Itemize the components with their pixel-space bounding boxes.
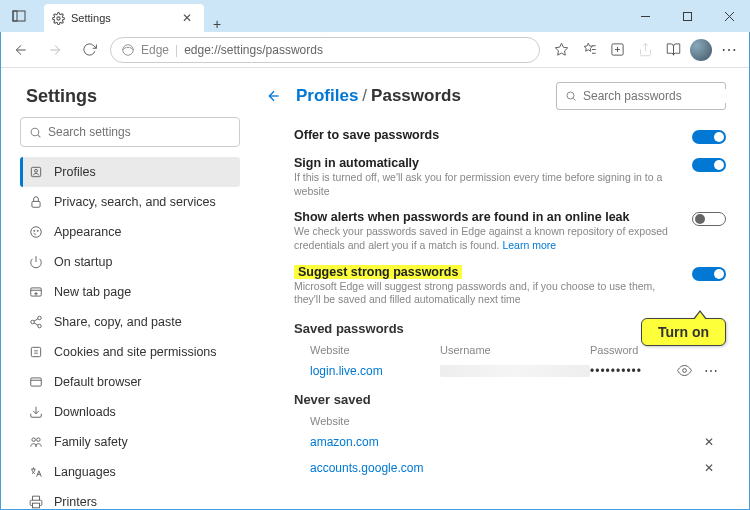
sidebar-item-family-safety[interactable]: Family safety — [20, 427, 240, 457]
address-prefix: Edge — [141, 43, 169, 57]
svg-point-18 — [35, 169, 38, 172]
svg-point-22 — [37, 230, 38, 231]
setting-title: Suggest strong passwords — [294, 265, 462, 279]
setting-row: Show alerts when passwords are found in … — [262, 204, 726, 258]
gear-icon — [52, 12, 65, 25]
edge-icon — [121, 43, 135, 57]
share-button[interactable] — [632, 37, 658, 63]
svg-point-21 — [34, 230, 35, 231]
sidebar-item-share-copy-and-paste[interactable]: Share, copy, and paste — [20, 307, 240, 337]
window-close-button[interactable] — [708, 0, 750, 32]
refresh-button[interactable] — [76, 37, 102, 63]
sidebar-item-label: Cookies and site permissions — [54, 345, 217, 359]
sidebar-item-downloads[interactable]: Downloads — [20, 397, 240, 427]
sidebar-item-label: Default browser — [54, 375, 142, 389]
family-icon — [28, 434, 44, 450]
sidebar-item-label: Languages — [54, 465, 116, 479]
toggle-switch[interactable] — [692, 267, 726, 281]
sidebar-item-default-browser[interactable]: Default browser — [20, 367, 240, 397]
sidebar-item-label: Printers — [54, 495, 97, 509]
svg-rect-4 — [683, 12, 691, 20]
sidebar-item-new-tab-page[interactable]: New tab page — [20, 277, 240, 307]
reading-button[interactable] — [660, 37, 686, 63]
collections-button[interactable] — [604, 37, 630, 63]
download-icon — [28, 404, 44, 420]
settings-back-button[interactable] — [262, 84, 286, 108]
search-passwords-box[interactable] — [556, 82, 726, 110]
tab-actions-icon[interactable] — [6, 3, 32, 29]
favorites-list-button[interactable] — [576, 37, 602, 63]
search-passwords-input[interactable] — [583, 89, 733, 103]
profile-avatar[interactable] — [688, 37, 714, 63]
window-titlebar: Settings ✕ + — [0, 0, 750, 32]
address-url: edge://settings/passwords — [184, 43, 323, 57]
svg-point-20 — [31, 227, 42, 238]
svg-point-15 — [31, 128, 39, 136]
search-icon — [29, 126, 42, 139]
breadcrumb-current: Passwords — [371, 86, 461, 105]
svg-point-29 — [31, 320, 35, 324]
toggle-switch[interactable] — [692, 130, 726, 144]
back-button[interactable] — [8, 37, 34, 63]
tab-close-button[interactable]: ✕ — [178, 11, 196, 25]
newtab-icon — [28, 284, 44, 300]
setting-title: Offer to save passwords — [294, 128, 680, 142]
remove-button[interactable]: ✕ — [704, 461, 726, 475]
cookies-icon — [28, 344, 44, 360]
toggle-switch[interactable] — [692, 212, 726, 226]
more-actions-button[interactable]: ⋯ — [704, 363, 718, 379]
svg-point-28 — [38, 316, 42, 320]
svg-rect-1 — [13, 11, 17, 21]
svg-line-32 — [34, 323, 38, 325]
annotation-callout: Turn on — [641, 318, 726, 346]
site-link[interactable]: amazon.com — [310, 435, 704, 449]
sidebar-item-label: Downloads — [54, 405, 116, 419]
reveal-password-button[interactable] — [677, 363, 692, 379]
power-icon — [28, 254, 44, 270]
setting-title: Sign in automatically — [294, 156, 680, 170]
sidebar-item-appearance[interactable]: Appearance — [20, 217, 240, 247]
svg-line-49 — [573, 98, 575, 100]
svg-point-40 — [37, 438, 41, 442]
sidebar-item-printers[interactable]: Printers — [20, 487, 240, 510]
sidebar-item-cookies-and-site-permissions[interactable]: Cookies and site permissions — [20, 337, 240, 367]
svg-point-39 — [32, 438, 36, 442]
toggle-switch[interactable] — [692, 158, 726, 172]
svg-point-7 — [123, 44, 134, 55]
breadcrumb-link-profiles[interactable]: Profiles — [296, 86, 358, 105]
window-minimize-button[interactable] — [624, 0, 666, 32]
never-saved-row: amazon.com✕ — [262, 429, 726, 455]
svg-line-31 — [34, 319, 38, 321]
sidebar-item-on-startup[interactable]: On startup — [20, 247, 240, 277]
printer-icon — [28, 494, 44, 510]
setting-row: Sign in automaticallyIf this is turned o… — [262, 150, 726, 204]
setting-description: Microsoft Edge will suggest strong passw… — [294, 280, 680, 307]
search-settings-box[interactable] — [20, 117, 240, 147]
sidebar-item-label: Family safety — [54, 435, 128, 449]
site-link[interactable]: login.live.com — [310, 364, 440, 378]
site-link[interactable]: accounts.google.com — [310, 461, 704, 475]
remove-button[interactable]: ✕ — [704, 435, 726, 449]
sidebar-item-languages[interactable]: Languages — [20, 457, 240, 487]
search-icon — [565, 90, 577, 102]
sidebar-item-label: On startup — [54, 255, 112, 269]
sidebar-item-profiles[interactable]: Profiles — [20, 157, 240, 187]
more-button[interactable]: ⋯ — [716, 37, 742, 63]
sidebar-item-label: Privacy, search, and services — [54, 195, 216, 209]
favorite-button[interactable] — [548, 37, 574, 63]
never-table-header: Website — [262, 411, 726, 429]
sidebar-item-privacy-search-and-services[interactable]: Privacy, search, and services — [20, 187, 240, 217]
window-maximize-button[interactable] — [666, 0, 708, 32]
address-bar[interactable]: Edge | edge://settings/passwords — [110, 37, 540, 63]
tab-title: Settings — [71, 12, 172, 24]
settings-sidebar: Settings ProfilesPrivacy, search, and se… — [0, 68, 248, 510]
browser-tab[interactable]: Settings ✕ — [44, 4, 204, 32]
lock-icon — [28, 194, 44, 210]
svg-rect-36 — [31, 378, 42, 386]
sidebar-item-label: Appearance — [54, 225, 121, 239]
never-saved-row: accounts.google.com✕ — [262, 455, 726, 481]
new-tab-button[interactable]: + — [204, 16, 230, 32]
search-settings-input[interactable] — [48, 125, 231, 139]
learn-more-link[interactable]: Learn more — [502, 239, 556, 251]
svg-rect-0 — [13, 11, 25, 21]
